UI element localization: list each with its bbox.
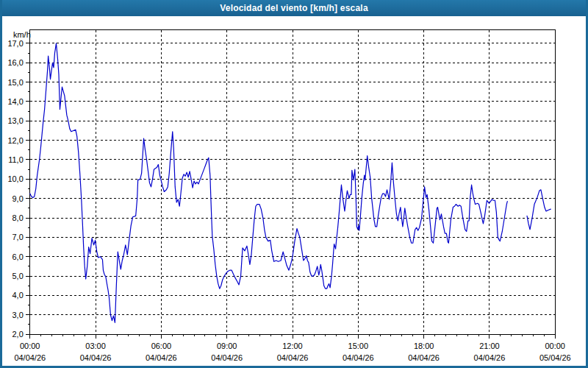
wind-speed-line-chart: km/h2,03,04,05,06,07,08,09,010,011,012,0… — [2, 16, 586, 366]
x-tick-time-label: 00:00 — [545, 342, 565, 350]
y-tick-label: 16,0 — [7, 58, 23, 67]
chart-area: km/h2,03,04,05,06,07,08,09,010,011,012,0… — [2, 16, 586, 366]
wind-speed-series-line — [527, 190, 551, 230]
y-tick-label: 11,0 — [8, 155, 24, 164]
x-tick-date-label: 04/04/26 — [80, 353, 112, 362]
x-tick-date-label: 04/04/26 — [408, 353, 440, 362]
y-tick-label: 9,0 — [12, 194, 24, 203]
y-tick-label: 17,0 — [7, 39, 23, 48]
x-tick-date-label: 05/04/26 — [539, 353, 571, 362]
y-tick-label: 12,0 — [7, 136, 23, 145]
y-tick-label: 2,0 — [12, 330, 24, 339]
x-tick-time-label: 03:00 — [85, 342, 105, 350]
chart-window: Velocidad del viento [km/h] escala km/h2… — [0, 0, 588, 368]
x-tick-date-label: 04/04/26 — [474, 353, 506, 362]
y-tick-label: 6,0 — [12, 252, 24, 261]
x-tick-time-label: 18:00 — [414, 342, 434, 350]
x-tick-date-label: 04/04/26 — [146, 353, 177, 362]
x-tick-time-label: 06:00 — [151, 342, 171, 350]
x-tick-time-label: 12:00 — [282, 342, 302, 350]
y-tick-label: 10,0 — [7, 174, 23, 183]
y-tick-label: 8,0 — [12, 213, 24, 222]
y-tick-label: 4,0 — [12, 291, 24, 300]
title-bar: Velocidad del viento [km/h] escala — [2, 0, 586, 16]
x-tick-date-label: 04/04/26 — [211, 353, 243, 362]
y-tick-label: 15,0 — [7, 78, 23, 87]
x-tick-time-label: 15:00 — [348, 342, 368, 350]
y-axis-unit-label: km/h — [13, 30, 31, 39]
x-tick-date-label: 04/04/26 — [14, 353, 46, 362]
page-title: Velocidad del viento [km/h] escala — [220, 3, 368, 13]
y-tick-label: 14,0 — [7, 97, 23, 106]
y-tick-label: 7,0 — [12, 233, 24, 241]
y-tick-label: 3,0 — [12, 311, 24, 319]
y-tick-label: 13,0 — [7, 116, 23, 125]
x-tick-time-label: 09:00 — [217, 342, 237, 350]
wind-speed-series-line — [30, 43, 508, 322]
x-tick-date-label: 04/04/26 — [277, 353, 309, 362]
x-tick-time-label: 00:00 — [20, 342, 40, 350]
y-tick-label: 5,0 — [12, 272, 24, 280]
x-tick-time-label: 21:00 — [479, 342, 499, 350]
x-tick-date-label: 04/04/26 — [343, 353, 374, 362]
